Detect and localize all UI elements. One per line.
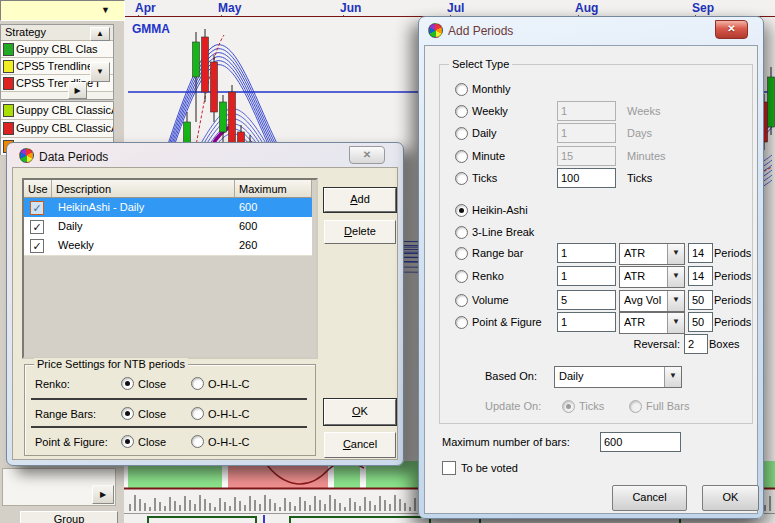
range-bars-close-radio[interactable] [121,407,134,420]
strategy-list-item[interactable]: Guppy CBL ClassicA [1,102,113,120]
close-icon[interactable]: ✕ [715,20,748,39]
ticks-radio[interactable] [455,172,468,185]
daily-radio[interactable] [455,127,468,140]
table-row[interactable]: ✓ Daily 600 [24,217,312,237]
update-full-bars-radio[interactable] [629,400,642,413]
month-label: Sep [692,1,714,15]
gmma-label: GMMA [132,22,170,36]
renko-periods-input[interactable] [688,266,713,286]
strategy-list-item[interactable]: Guppy CBL ClassicA [1,120,113,138]
range-bar-periods-input[interactable] [688,243,713,263]
volume-periods-input[interactable] [688,290,713,310]
strategy-color-swatch [3,43,14,56]
renko-method-dropdown[interactable]: ATR ▼ [619,266,685,288]
renko-close-radio[interactable] [121,377,134,390]
max-bars-input[interactable] [600,432,681,452]
weekly-value-input[interactable] [557,101,616,121]
strategy-list-item[interactable]: Guppy CBL Clas [1,41,113,58]
renko-label: Renko: [35,377,70,391]
dropdown-arrow-icon[interactable]: ▼ [664,367,681,387]
based-on-dropdown[interactable]: Daily ▼ [554,366,682,388]
dropdown-arrow-icon[interactable]: ▼ [667,291,684,311]
month-label: May [218,1,241,15]
volume-radio[interactable] [455,294,468,307]
month-label: Apr [135,1,156,15]
range-bars-ohlc-radio[interactable] [191,407,204,420]
minute-radio[interactable] [455,150,468,163]
volume-value-input[interactable] [557,290,616,310]
strategy-color-swatch [3,77,14,90]
weekly-radio[interactable] [455,105,468,118]
to-be-voted-checkbox[interactable] [442,461,456,475]
dropdown-arrow-icon[interactable]: ▼ [667,267,684,287]
data-periods-title: Data Periods [39,150,108,164]
app-color-wheel-icon [19,148,34,163]
separator [31,398,307,400]
cancel-button[interactable]: Cancel [612,485,687,511]
table-row[interactable]: ✓ HeikinAshi - Daily 600 [24,198,312,218]
point-figure-value-input[interactable] [557,312,616,332]
use-checkbox[interactable]: ✓ [30,201,44,215]
strategy-color-swatch [3,122,14,135]
use-checkbox[interactable]: ✓ [30,220,44,234]
periods-table: Use Description Maximum Bars ✓ HeikinAsh… [22,178,318,359]
close-icon[interactable]: ✕ [349,146,385,164]
point-figure-method-dropdown[interactable]: ATR ▼ [619,312,685,334]
volume-method-dropdown[interactable]: Avg Vol ▼ [619,290,685,312]
dropdown-arrow-icon[interactable]: ▼ [101,5,110,15]
scroll-up-button[interactable]: ▲ [90,27,110,41]
range-bar-radio[interactable] [455,247,468,260]
renko-ohlc-radio[interactable] [191,377,204,390]
add-periods-title: Add Periods [448,24,513,38]
add-periods-body: Select Type Monthly Weekly Weeks Daily D… [424,45,758,514]
point-figure-label: Point & Figure: [35,435,108,449]
dropdown-arrow-icon[interactable]: ▼ [667,244,684,264]
price-settings-group: Price Settings for NTB periods Renko: Cl… [24,364,316,456]
dropdown-arrow-icon[interactable]: ▼ [667,313,684,333]
month-label: Aug [575,1,598,15]
delete-button[interactable]: Delete [324,220,396,244]
three-line-break-radio[interactable] [455,226,468,239]
based-on-label: Based On: [485,366,537,386]
app-color-wheel-icon [428,23,443,38]
separator [31,426,307,428]
add-periods-dialog: Add Periods ✕ Select Type Monthly Weekly… [418,16,764,519]
ok-button[interactable]: OK [702,485,759,511]
renko-value-input[interactable] [557,266,616,286]
cancel-button[interactable]: Cancel [324,432,396,458]
point-figure-close-radio[interactable] [121,435,134,448]
strategy-color-swatch [3,60,14,73]
reversal-input[interactable] [684,334,708,354]
point-figure-periods-input[interactable] [688,312,713,332]
renko-radio[interactable] [455,270,468,283]
update-ticks-radio[interactable] [562,400,575,413]
daily-value-input[interactable] [557,123,616,143]
bottom-left-panel: ▶ Group [0,466,118,523]
column-header-max-bars[interactable]: Maximum Bars [235,180,312,198]
month-label: Jun [340,1,361,15]
ok-button[interactable]: OK [324,399,396,425]
range-bar-value-input[interactable] [557,243,616,263]
use-checkbox[interactable]: ✓ [30,239,44,253]
minute-value-input[interactable] [557,146,616,166]
point-figure-ohlc-radio[interactable] [191,435,204,448]
screen: Apr May Jun Jul Aug Sep GMMA [0,0,775,523]
heikin-ashi-radio[interactable] [455,204,468,217]
ticks-value-input[interactable] [557,168,616,188]
scroll-down-button[interactable]: ▼ [90,62,110,82]
strategy-filter-combobox[interactable]: ▼ [0,0,125,21]
range-bars-label: Range Bars: [35,407,96,421]
table-row[interactable]: ✓ Weekly 260 [24,236,312,256]
column-header-use[interactable]: Use [24,180,52,198]
month-label: Jul [447,1,464,15]
point-figure-radio[interactable] [455,316,468,329]
column-header-description[interactable]: Description [52,180,235,198]
range-bar-method-dropdown[interactable]: ATR ▼ [619,243,685,265]
max-bars-label: Maximum number of bars: [442,432,570,452]
monthly-radio[interactable] [455,83,468,96]
expand-right-button[interactable]: ▶ [68,82,87,99]
group-button-partial[interactable]: Group [20,511,118,523]
add-button[interactable]: Add [324,188,396,212]
expand-right-button[interactable]: ▶ [92,485,114,504]
data-periods-body: Use Description Maximum Bars ✓ HeikinAsh… [12,167,398,460]
